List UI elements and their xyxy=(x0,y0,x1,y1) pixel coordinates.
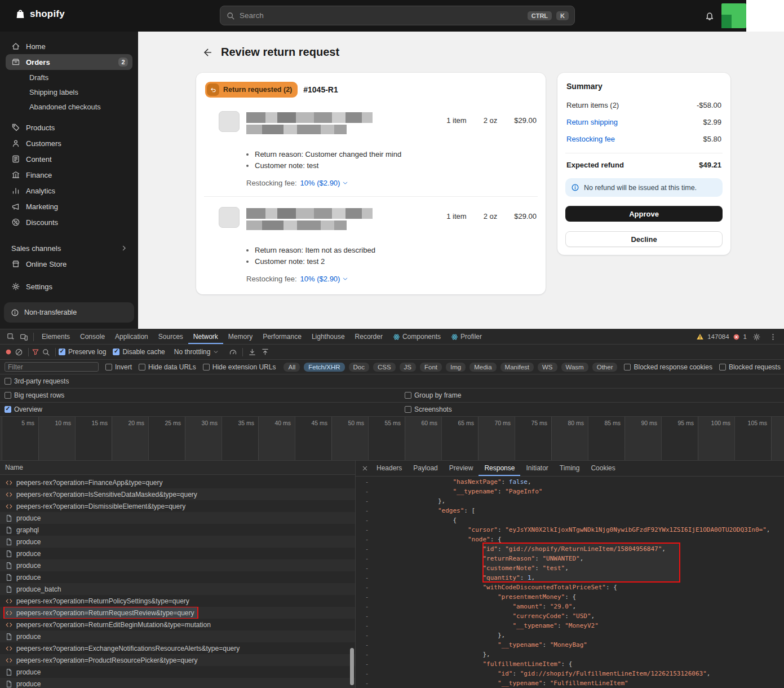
notifications-bell-icon[interactable] xyxy=(705,11,715,21)
filter-chip-all[interactable]: All xyxy=(284,363,300,372)
devtools-settings-icon[interactable] xyxy=(752,333,761,341)
hide-data-urls-checkbox[interactable] xyxy=(139,364,145,371)
tab-recorder[interactable]: Recorder xyxy=(350,329,388,344)
blocked-cookies-label[interactable]: Blocked response cookies xyxy=(634,363,712,371)
tab-memory[interactable]: Memory xyxy=(223,329,258,344)
blocked-requests-label[interactable]: Blocked requests xyxy=(729,363,781,371)
close-panel-icon[interactable] xyxy=(361,465,369,472)
invert-label[interactable]: Invert xyxy=(115,363,132,371)
back-arrow-icon[interactable] xyxy=(202,47,213,58)
warnings-icon[interactable] xyxy=(696,333,704,341)
network-request[interactable]: graphql xyxy=(0,524,355,536)
response-tab-headers[interactable]: Headers xyxy=(371,461,407,476)
network-request[interactable]: produce xyxy=(0,666,355,678)
device-toolbar-icon[interactable] xyxy=(20,333,28,341)
restocking-fee-label[interactable]: Restocking fee xyxy=(566,135,615,143)
sales-channels-header[interactable]: Sales channels xyxy=(6,240,132,256)
decline-button[interactable]: Decline xyxy=(565,231,723,247)
filter-chip-fetch-xhr[interactable]: Fetch/XHR xyxy=(304,363,344,372)
hide-extension-urls-label[interactable]: Hide extension URLs xyxy=(212,363,276,371)
overview-label[interactable]: Overview xyxy=(14,405,42,413)
network-request[interactable]: peepers-rex?operation=ProductResourcePic… xyxy=(0,654,355,666)
sidebar-item-settings[interactable]: Settings xyxy=(6,279,132,294)
sidebar-item-products[interactable]: Products xyxy=(6,120,132,135)
network-request[interactable]: produce xyxy=(0,512,355,524)
network-filter-input[interactable] xyxy=(5,362,99,372)
sidebar-item-drafts[interactable]: Drafts xyxy=(6,70,132,85)
sidebar-item-content[interactable]: Content xyxy=(6,151,132,167)
filter-chip-manifest[interactable]: Manifest xyxy=(500,363,534,372)
disable-cache-checkbox[interactable] xyxy=(113,349,119,355)
sidebar-item-shipping-labels[interactable]: Shipping labels xyxy=(6,85,132,99)
overview-checkbox[interactable] xyxy=(5,406,11,413)
screenshots-checkbox[interactable] xyxy=(405,406,411,413)
network-request[interactable]: produce xyxy=(0,536,355,548)
global-search[interactable]: CTRL K xyxy=(220,6,575,25)
clear-network-log-icon[interactable] xyxy=(15,348,23,356)
sidebar-item-marketing[interactable]: Marketing xyxy=(6,199,132,214)
import-har-icon[interactable] xyxy=(248,348,256,356)
filter-chip-css[interactable]: CSS xyxy=(373,363,396,372)
export-har-icon[interactable] xyxy=(261,348,269,356)
sidebar-item-finance[interactable]: Finance xyxy=(6,167,132,183)
search-input[interactable] xyxy=(240,11,523,20)
network-request[interactable]: produce_batch xyxy=(0,583,355,595)
filter-chip-js[interactable]: JS xyxy=(400,363,416,372)
error-count[interactable]: 1 xyxy=(743,333,747,340)
filter-icon[interactable] xyxy=(32,348,39,356)
disable-cache-label[interactable]: Disable cache xyxy=(122,348,165,356)
tab-profiler[interactable]: Profiler xyxy=(446,329,487,344)
blocked-response-cookies-checkbox[interactable] xyxy=(624,364,631,371)
third-party-label[interactable]: 3rd-party requests xyxy=(14,377,69,385)
tab-elements[interactable]: Elements xyxy=(37,329,75,344)
filter-chip-font[interactable]: Font xyxy=(420,363,442,372)
network-request[interactable]: produce xyxy=(0,571,355,583)
network-request[interactable]: produce xyxy=(0,548,355,559)
filter-chip-ws[interactable]: WS xyxy=(538,363,557,372)
more-options-icon[interactable] xyxy=(769,333,777,341)
shopify-logo[interactable]: shopify xyxy=(15,8,65,20)
response-tab-cookies[interactable]: Cookies xyxy=(585,461,621,476)
tab-console[interactable]: Console xyxy=(75,329,110,344)
sidebar-item-home[interactable]: Home xyxy=(6,38,132,54)
response-tab-initiator[interactable]: Initiator xyxy=(520,461,553,476)
network-request[interactable]: produce xyxy=(0,678,355,688)
approve-button[interactable]: Approve xyxy=(565,206,723,222)
network-request[interactable]: peepers-rex?operation=ReturnRequestRevie… xyxy=(0,607,355,619)
network-request[interactable]: peepers-rex?operation=IsSensitiveDataMas… xyxy=(0,488,355,500)
sidebar-item-analytics[interactable]: Analytics xyxy=(6,183,132,199)
network-overview-timeline[interactable]: 5 ms10 ms15 ms20 ms25 ms30 ms35 ms40 ms4… xyxy=(0,417,784,461)
blocked-requests-checkbox[interactable] xyxy=(719,364,726,371)
filter-chip-wasm[interactable]: Wasm xyxy=(561,363,588,372)
network-conditions-icon[interactable] xyxy=(229,348,237,356)
filter-chip-other[interactable]: Other xyxy=(592,363,618,372)
group-by-frame-label[interactable]: Group by frame xyxy=(414,391,461,399)
errors-icon[interactable] xyxy=(733,333,740,341)
filter-chip-doc[interactable]: Doc xyxy=(349,363,369,372)
tab-lighthouse[interactable]: Lighthouse xyxy=(307,329,350,344)
inspect-element-icon[interactable] xyxy=(7,333,15,341)
sidebar-item-discounts[interactable]: Discounts xyxy=(6,214,132,230)
sidebar-item-online-store[interactable]: Online Store xyxy=(6,256,132,272)
restocking-fee-select[interactable]: 10% ($2.90) xyxy=(300,275,349,283)
filter-chip-media[interactable]: Media xyxy=(469,363,496,372)
preserve-log-checkbox[interactable] xyxy=(59,349,65,355)
tab-performance[interactable]: Performance xyxy=(258,329,307,344)
network-request[interactable]: produce xyxy=(0,559,355,571)
tab-sources[interactable]: Sources xyxy=(153,329,188,344)
filter-chip-img[interactable]: Img xyxy=(446,363,466,372)
return-shipping-label[interactable]: Return shipping xyxy=(566,118,618,126)
sidebar-item-orders[interactable]: Orders2 xyxy=(6,54,132,70)
restocking-fee-select[interactable]: 10% ($2.90) xyxy=(300,179,349,187)
name-column-header[interactable]: Name xyxy=(0,461,355,475)
invert-checkbox[interactable] xyxy=(105,364,112,371)
network-request[interactable]: produce xyxy=(0,630,355,642)
response-tab-payload[interactable]: Payload xyxy=(407,461,443,476)
store-avatar[interactable] xyxy=(721,3,746,28)
third-party-checkbox[interactable] xyxy=(5,378,11,385)
group-by-frame-checkbox[interactable] xyxy=(405,392,411,399)
response-tab-timing[interactable]: Timing xyxy=(554,461,586,476)
hide-data-urls-label[interactable]: Hide data URLs xyxy=(148,363,196,371)
scrollbar-thumb[interactable] xyxy=(350,648,354,685)
preserve-log-label[interactable]: Preserve log xyxy=(68,348,106,356)
